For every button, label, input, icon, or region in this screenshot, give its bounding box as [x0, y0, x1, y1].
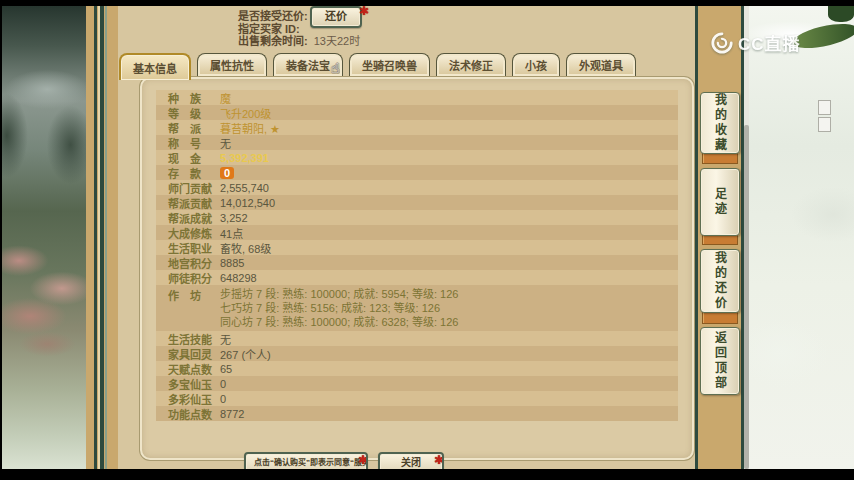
- side-tab-button[interactable]: 返回顶部: [700, 327, 740, 395]
- game-scene-art: [0, 6, 86, 469]
- attribute-label: 现 金: [156, 150, 214, 166]
- attribute-row: 生活职业 畜牧, 68级: [156, 240, 678, 255]
- attribute-table: 种 族 魔 等 级 飞升200级 帮 派 暮苔朝阳, ★ 称 号 无 现 金 5…: [156, 90, 678, 421]
- required-star-icon: ✱: [359, 4, 369, 18]
- bottom-action-label: 关闭: [401, 457, 421, 468]
- cc-live-label: CC直播: [738, 30, 801, 55]
- mini-widget-box: [818, 100, 831, 115]
- letterbox-left-edge: [0, 0, 2, 480]
- attribute-row: 帮 派 暮苔朝阳, ★: [156, 120, 678, 135]
- attribute-label: 功能点数: [156, 406, 214, 422]
- tab-label: 基本信息: [133, 60, 177, 76]
- attribute-label: 存 款: [156, 165, 214, 181]
- attribute-label: 师门贡献: [156, 180, 214, 196]
- side-tab-button[interactable]: 我的收藏: [700, 92, 740, 154]
- screenshot-stage: 是否接受还价: 还价 ✱ 指定买家 ID: 出售剩余时间: 13天22时 基本信…: [0, 0, 854, 480]
- attribute-row: 帮派贡献 14,012,540: [156, 195, 678, 210]
- attribute-row: 天赋点数 65: [156, 361, 678, 376]
- category-tab[interactable]: 外观道具: [566, 53, 636, 76]
- attribute-row: 生活技能 无: [156, 331, 678, 346]
- attribute-row: 称 号 无: [156, 135, 678, 150]
- attribute-value: 0: [220, 393, 226, 405]
- attribute-label: 大成修炼: [156, 225, 214, 241]
- category-tab[interactable]: 小孩: [512, 53, 560, 76]
- attribute-row: 师门贡献 2,555,740: [156, 180, 678, 195]
- attribute-label: 帮派成就: [156, 210, 214, 226]
- attribute-value: 65: [220, 363, 232, 375]
- border-stripe: [94, 6, 97, 469]
- category-tab[interactable]: 坐骑召唤兽: [349, 53, 430, 76]
- attribute-label: 家具回灵: [156, 346, 214, 362]
- attribute-value: 步摇坊 7 段: 熟练: 100000; 成就: 5954; 等级: 126 七…: [220, 287, 458, 329]
- misty-background-art: [749, 6, 854, 469]
- attribute-value: 暮苔朝阳, ★: [220, 120, 280, 136]
- attribute-value: 8772: [220, 408, 244, 420]
- attribute-label: 作 坊: [156, 287, 214, 303]
- attribute-value: 魔: [220, 90, 231, 106]
- attribute-label: 生活技能: [156, 331, 214, 347]
- time-remaining-label: 出售剩余时间:: [238, 32, 308, 48]
- side-tabs: 我的收藏 足迹 我的还价 返回顶部: [695, 6, 744, 469]
- side-tab-button[interactable]: 足迹: [700, 168, 740, 236]
- attribute-row: 多宝仙玉 0: [156, 376, 678, 391]
- mini-widget-box: [818, 117, 831, 132]
- hand-cursor-icon: ☝: [331, 60, 340, 76]
- letterbox-bottom: [0, 469, 854, 480]
- attribute-row: 多彩仙玉 0: [156, 391, 678, 406]
- bottom-action-label: 点击“确认购买”即表示同意“服务条款”: [254, 458, 368, 467]
- category-tabs: 基本信息 属性抗性 装备法宝 坐骑召唤兽 法术修正 小孩 外观道具: [119, 53, 636, 80]
- tab-label: 装备法宝: [286, 57, 330, 73]
- tab-label: 属性抗性: [210, 57, 254, 73]
- tab-label: 外观道具: [579, 57, 623, 73]
- attribute-label: 师徒积分: [156, 270, 214, 286]
- attribute-row: 等 级 飞升200级: [156, 105, 678, 120]
- counter-offer-button[interactable]: 还价: [310, 6, 362, 28]
- attribute-row: 家具回灵 267 (个人): [156, 346, 678, 361]
- attribute-value: 5,392,391: [220, 152, 269, 164]
- cc-swirl-icon: [710, 31, 734, 55]
- attribute-row: 种 族 魔: [156, 90, 678, 105]
- time-remaining-value: 13天22时: [314, 32, 360, 48]
- tab-label: 法术修正: [449, 57, 493, 73]
- attribute-value: 41点: [220, 225, 243, 241]
- attribute-label: 生活职业: [156, 240, 214, 256]
- attribute-row: 功能点数 8772: [156, 406, 678, 421]
- attribute-label: 天赋点数: [156, 361, 214, 377]
- attribute-row: 师徒积分 648298: [156, 270, 678, 285]
- attribute-value: 267 (个人): [220, 346, 271, 362]
- attribute-value: 0: [220, 167, 234, 179]
- tab-label: 小孩: [525, 57, 547, 73]
- attribute-label: 帮 派: [156, 120, 214, 136]
- scrollbar-thumb[interactable]: [744, 125, 749, 469]
- page-scrollbar: [744, 6, 749, 469]
- attribute-row: 地宫积分 8885: [156, 255, 678, 270]
- category-tab[interactable]: 法术修正: [436, 53, 506, 76]
- attribute-label: 地宫积分: [156, 255, 214, 271]
- cc-live-watermark: CC直播: [710, 30, 801, 55]
- border-stripe: [105, 6, 107, 469]
- category-tab[interactable]: 基本信息: [119, 53, 191, 80]
- attribute-value: 648298: [220, 272, 257, 284]
- attribute-label: 称 号: [156, 135, 214, 151]
- attribute-row: 作 坊 步摇坊 7 段: 熟练: 100000; 成就: 5954; 等级: 1…: [156, 285, 678, 331]
- attribute-value: 2,555,740: [220, 182, 269, 194]
- attribute-label: 多宝仙玉: [156, 376, 214, 392]
- attribute-value: 无: [220, 135, 231, 151]
- attribute-row: 存 款 0: [156, 165, 678, 180]
- attribute-value: 3,252: [220, 212, 248, 224]
- leaf-corner-art: [828, 6, 854, 22]
- attribute-label: 帮派贡献: [156, 195, 214, 211]
- attribute-label: 等 级: [156, 105, 214, 121]
- attribute-label: 种 族: [156, 90, 214, 106]
- attribute-row: 大成修炼 41点: [156, 225, 678, 240]
- category-tab[interactable]: 属性抗性: [197, 53, 267, 76]
- time-remaining-row: 出售剩余时间: 13天22时: [238, 32, 360, 48]
- attribute-value: 14,012,540: [220, 197, 275, 209]
- right-border-frame: 我的收藏 足迹 我的还价 返回顶部: [695, 6, 744, 469]
- border-stripe: [100, 6, 104, 469]
- left-border-frame: [86, 6, 118, 469]
- attribute-value: 8885: [220, 257, 244, 269]
- attribute-value: 畜牧, 68级: [220, 240, 271, 256]
- side-tab-button[interactable]: 我的还价: [700, 249, 740, 313]
- tab-label: 坐骑召唤兽: [362, 57, 417, 73]
